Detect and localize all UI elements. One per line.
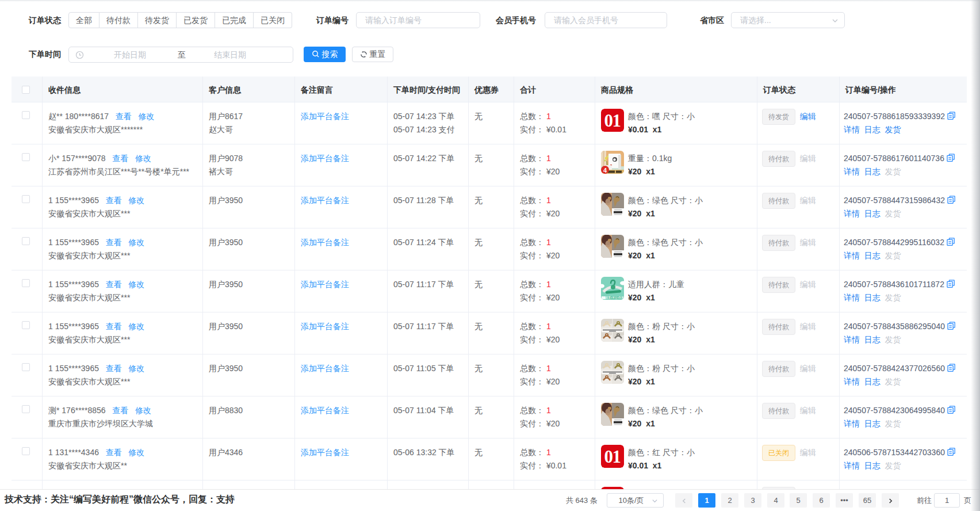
svg-text:4: 4 [603,167,607,174]
svg-text:01: 01 [604,110,621,131]
svg-text:承重+复位+防滑: 承重+复位+防滑 [606,296,624,299]
svg-text:01: 01 [604,447,621,467]
